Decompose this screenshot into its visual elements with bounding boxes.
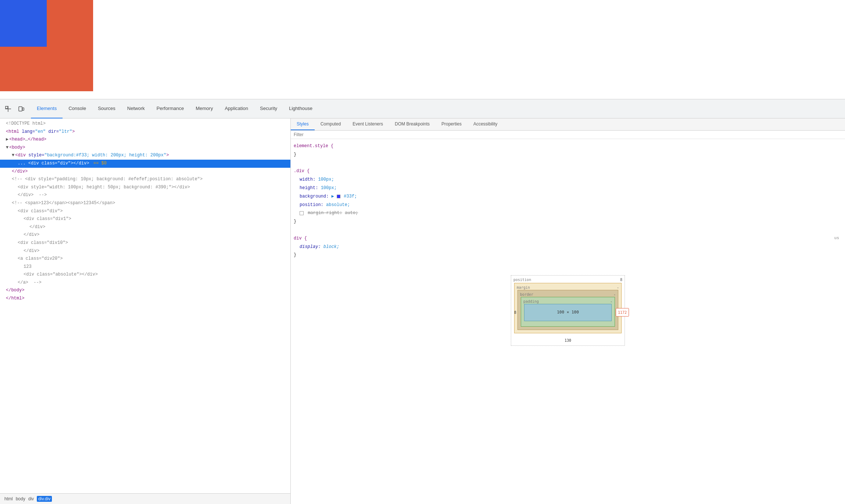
html-line-html[interactable]: <html lang="en" dir="ltr" > xyxy=(0,128,290,136)
styles-tab-accessibility[interactable]: Accessibility xyxy=(467,118,503,130)
styles-tab-computed[interactable]: Computed xyxy=(315,118,347,130)
html-line-body-close[interactable]: </body> xyxy=(0,287,290,295)
bm-padding-bottom-spacer xyxy=(521,324,615,326)
css-prop-val-width: 100px; xyxy=(318,177,334,182)
css-prop-position: position: absolute; xyxy=(300,201,842,209)
html-tree[interactable]: <!DOCTYPE html> <html lang="en" dir="ltr… xyxy=(0,118,290,493)
svg-rect-4 xyxy=(22,108,24,110)
styles-tab-properties[interactable]: Properties xyxy=(435,118,467,130)
breadcrumb-html[interactable]: html xyxy=(4,496,13,501)
svg-rect-3 xyxy=(19,107,22,111)
html-line-comment2j[interactable]: <div class="absolute"></div> xyxy=(0,271,290,279)
bm-content-dimensions: 100 × 100 xyxy=(557,310,579,315)
device-toggle-icon[interactable] xyxy=(16,104,26,114)
bm-position-bottom-spacer xyxy=(511,335,625,336)
bm-right-val: 1172 xyxy=(616,308,629,317)
comment2f-text: <div class="div10"> xyxy=(18,239,68,247)
background-color-swatch[interactable] xyxy=(337,195,340,198)
head-ellipsis: … xyxy=(25,136,28,144)
html-line-comment1[interactable]: <!-- <div style="padding: 10px; backgrou… xyxy=(0,175,290,184)
tab-network[interactable]: Network xyxy=(121,99,151,118)
css-prop-val-margin-right: auto; xyxy=(345,210,358,216)
css-checkbox-margin-right[interactable] xyxy=(300,211,304,215)
css-prop-name-margin-right: margin-right: xyxy=(308,210,342,216)
html-line-body[interactable]: ▼ <body> xyxy=(0,144,290,152)
comment2c-text: <div class="div1"> xyxy=(24,215,71,223)
tab-application[interactable]: Application xyxy=(219,99,254,118)
body-triangle[interactable]: ▼ xyxy=(6,144,8,152)
css-brace-div-generic: } xyxy=(294,252,296,258)
breadcrumb-body[interactable]: body xyxy=(16,496,25,501)
css-rule-close-div: } xyxy=(294,217,842,226)
breadcrumb-div-div[interactable]: div.div xyxy=(37,496,52,502)
html-line-html-close[interactable]: </html> xyxy=(0,295,290,303)
css-prop-name-position: position: xyxy=(300,202,323,207)
css-selector-element-style: element.style { xyxy=(294,142,842,150)
svg-rect-0 xyxy=(6,106,8,109)
html-line-comment2d[interactable]: </div> xyxy=(0,223,290,231)
html-attr-dir: dir= xyxy=(46,128,59,136)
preview-red-box xyxy=(0,0,93,91)
html-line-comment1b[interactable]: <div style="width: 100px; height: 50px; … xyxy=(0,184,290,192)
css-prop-name-width: width: xyxy=(300,177,315,182)
comment1c-text: </div> --> xyxy=(18,191,47,199)
comment2k-text: </a> --> xyxy=(18,279,42,287)
html-line-comment1c[interactable]: </div> --> xyxy=(0,191,290,199)
css-prop-margin-right: margin-right: auto; xyxy=(300,209,842,217)
box-model: position 8 margin - border - xyxy=(294,272,842,349)
html-line-doctype[interactable]: <!DOCTYPE html> xyxy=(0,120,290,128)
html-line-comment2h[interactable]: <a class="div20"> xyxy=(0,255,290,263)
css-prop-display: display: block; xyxy=(300,243,842,251)
comment2-text: <!-- <span>123</span><span>12345</span> xyxy=(12,199,115,207)
tab-memory[interactable]: Memory xyxy=(190,99,219,118)
tab-sources[interactable]: Sources xyxy=(92,99,121,118)
styles-tab-event-listeners[interactable]: Event Listeners xyxy=(347,118,389,130)
html-line-comment2e[interactable]: </div> xyxy=(0,231,290,239)
bm-position-val: 8 xyxy=(620,276,622,283)
css-selector-div: .div { xyxy=(294,167,842,175)
tab-security[interactable]: Security xyxy=(254,99,283,118)
head-tag: <head> xyxy=(9,136,25,144)
html-line-comment2g[interactable]: </div> xyxy=(0,247,290,255)
bm-border-bottom-spacer xyxy=(518,328,618,330)
html-line-div-outer[interactable]: ▼ <div style="background:#f33; width: 20… xyxy=(0,152,290,160)
div-outer-triangle[interactable]: ▼ xyxy=(12,152,14,160)
filter-input[interactable] xyxy=(294,132,842,137)
styles-tab-bar: Styles Computed Event Listeners DOM Brea… xyxy=(291,118,845,131)
styles-tab-dom-breakpoints[interactable]: DOM Breakpoints xyxy=(389,118,436,130)
styles-tab-styles[interactable]: Styles xyxy=(291,118,315,130)
html-line-div-inner[interactable]: ... <div class="div" ></div> == $0 xyxy=(0,160,290,168)
tab-lighthouse[interactable]: Lighthouse xyxy=(283,99,318,118)
elements-panel: <!DOCTYPE html> <html lang="en" dir="ltr… xyxy=(0,118,291,504)
breadcrumb-div[interactable]: div xyxy=(28,496,34,501)
html-tag: <html xyxy=(6,128,19,136)
html-line-comment2k[interactable]: </a> --> xyxy=(0,279,290,287)
html-line-div-outer-close[interactable]: </div> xyxy=(0,168,290,176)
preview-blue-box xyxy=(0,0,47,47)
tab-performance[interactable]: Performance xyxy=(151,99,190,118)
html-line-comment2c[interactable]: <div class="div1"> xyxy=(0,215,290,223)
css-prop-width: width: 100px; xyxy=(300,175,842,184)
tab-console[interactable]: Console xyxy=(63,99,92,118)
div-outer-tag: <div xyxy=(15,152,26,160)
inspect-icon[interactable] xyxy=(3,104,13,114)
div-outer-attr-style: style= xyxy=(26,152,44,160)
html-line-head[interactable]: ▶ <head> … </head> xyxy=(0,136,290,144)
css-prop-background: background: ▶ #33f; xyxy=(300,192,842,201)
bm-position-label: position xyxy=(513,276,531,283)
devtools-icons xyxy=(3,104,26,114)
html-line-comment2[interactable]: <!-- <span>123</span><span>12345</span> xyxy=(0,199,290,207)
html-line-comment2f[interactable]: <div class="div10"> xyxy=(0,239,290,247)
tab-elements[interactable]: Elements xyxy=(31,99,63,118)
head-triangle[interactable]: ▶ xyxy=(6,136,8,144)
bm-margin-bottom-spacer xyxy=(515,331,621,333)
css-rules: element.style { } .div { width: xyxy=(291,139,845,504)
css-prop-height: height: 100px; xyxy=(300,184,842,192)
html-attr-lang: lang= xyxy=(19,128,35,136)
equals-marker: == $0 xyxy=(91,160,106,168)
devtools-body: <!DOCTYPE html> <html lang="en" dir="ltr… xyxy=(0,118,845,504)
comment2b-text: <div class="div"> xyxy=(18,207,63,216)
html-line-comment2i[interactable]: 123 xyxy=(0,263,290,271)
comment2j-text: <div class="absolute"></div> xyxy=(24,271,98,279)
html-line-comment2b[interactable]: <div class="div"> xyxy=(0,207,290,216)
